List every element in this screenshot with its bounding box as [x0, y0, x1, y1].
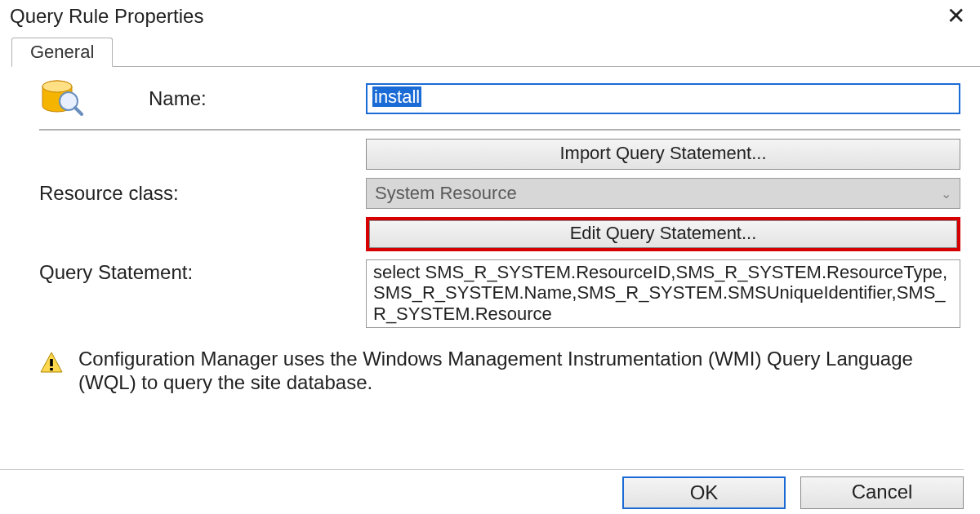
- resource-class-value: System Resource: [375, 183, 517, 204]
- database-search-icon: [39, 77, 83, 121]
- warning-row: Configuration Manager uses the Windows M…: [39, 348, 960, 395]
- label-name-col: Name:: [39, 77, 366, 121]
- query-statement-textarea[interactable]: select SMS_R_SYSTEM.ResourceID,SMS_R_SYS…: [366, 259, 960, 328]
- resource-class-label: Resource class:: [39, 182, 366, 205]
- import-query-button[interactable]: Import Query Statement...: [366, 139, 960, 170]
- svg-point-1: [42, 81, 72, 92]
- cancel-button[interactable]: Cancel: [800, 476, 964, 509]
- window-title: Query Rule Properties: [10, 5, 203, 28]
- name-input[interactable]: install: [366, 83, 960, 114]
- svg-line-3: [75, 108, 82, 114]
- ok-button[interactable]: OK: [622, 476, 786, 509]
- tab-general[interactable]: General: [11, 38, 113, 67]
- titlebar: Query Rule Properties ✕: [0, 0, 980, 33]
- row-import: Import Query Statement...: [39, 139, 960, 170]
- name-input-selection: install: [372, 86, 421, 107]
- row-edit: Edit Query Statement...: [39, 217, 960, 251]
- warning-text: Configuration Manager uses the Windows M…: [78, 348, 960, 395]
- form-area: Name: install Import Query Statement... …: [0, 67, 980, 394]
- edit-query-button[interactable]: Edit Query Statement...: [369, 220, 957, 248]
- name-label: Name:: [149, 87, 207, 110]
- row-query-statement: Query Statement: select SMS_R_SYSTEM.Res…: [39, 259, 960, 328]
- row-name: Name: install: [39, 77, 960, 121]
- chevron-down-icon: ⌄: [941, 186, 951, 202]
- close-icon[interactable]: ✕: [940, 5, 972, 28]
- dialog-footer: OK Cancel: [0, 469, 964, 509]
- svg-rect-6: [50, 368, 53, 370]
- resource-class-select: System Resource ⌄: [366, 178, 960, 209]
- query-statement-label: Query Statement:: [39, 259, 366, 284]
- svg-rect-5: [50, 359, 53, 366]
- warning-icon: [39, 351, 64, 375]
- edit-query-highlight: Edit Query Statement...: [366, 217, 960, 251]
- tabstrip: General: [11, 38, 980, 67]
- row-resource-class: Resource class: System Resource ⌄: [39, 178, 960, 209]
